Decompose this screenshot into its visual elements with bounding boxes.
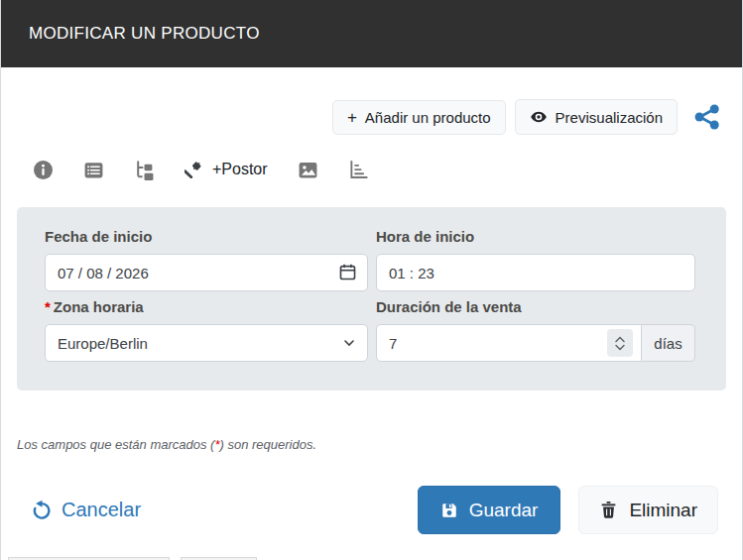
- start-time-field: Hora de inicio: [376, 228, 695, 291]
- schedule-form-panel: Fecha de inicio Hora de inicio *Zona hor…: [17, 207, 726, 391]
- page-header: MODIFICAR UN PRODUCTO: [1, 0, 742, 67]
- delete-label: Eliminar: [629, 500, 697, 521]
- list-icon: [83, 160, 104, 180]
- page-title: MODIFICAR UN PRODUCTO: [29, 24, 260, 44]
- bar-chart-icon: [348, 160, 369, 180]
- add-bidder-button[interactable]: +Postor: [185, 160, 268, 180]
- info-circle-icon: [33, 160, 54, 180]
- category-tree-tab-button[interactable]: [134, 160, 155, 180]
- share-button[interactable]: [692, 102, 722, 132]
- cancel-button[interactable]: Cancelar: [31, 499, 141, 521]
- timezone-field: *Zona horaria Europe/Berlin: [45, 298, 368, 362]
- duration-input[interactable]: [376, 324, 642, 362]
- footer-actions: Cancelar Guardar Eliminar: [31, 486, 718, 534]
- preview-button[interactable]: Previsualización: [515, 99, 678, 135]
- duration-field: Duración de la venta días: [376, 298, 695, 362]
- chart-tab-button[interactable]: [348, 160, 369, 180]
- timezone-label: *Zona horaria: [45, 298, 368, 315]
- required-fields-note: Los campos que están marcados (*) son re…: [17, 437, 726, 452]
- cancel-label: Cancelar: [62, 499, 141, 521]
- save-button[interactable]: Guardar: [418, 486, 561, 534]
- required-asterisk: *: [45, 298, 51, 315]
- plus-icon: +: [347, 109, 357, 126]
- timezone-select[interactable]: Europe/Berlin: [45, 324, 368, 362]
- tree-icon: [134, 160, 155, 180]
- timezone-selected-value: Europe/Berlin: [58, 335, 148, 352]
- undo-icon: [31, 500, 52, 520]
- image-icon: [298, 160, 318, 180]
- add-bidder-label: +Postor: [212, 161, 268, 178]
- start-time-label: Hora de inicio: [376, 228, 695, 245]
- stepper-up-icon: [615, 336, 625, 343]
- delete-button[interactable]: Eliminar: [578, 486, 718, 534]
- duration-label: Duración de la venta: [376, 298, 695, 315]
- save-icon: [440, 502, 458, 519]
- details-list-tab-button[interactable]: [83, 160, 104, 180]
- add-product-label: Añadir un producto: [365, 109, 491, 126]
- start-date-input[interactable]: [45, 254, 368, 291]
- share-icon: [692, 102, 722, 132]
- start-date-field: Fecha de inicio: [45, 228, 368, 291]
- start-date-label: Fecha de inicio: [45, 228, 368, 245]
- duration-unit-addon: días: [642, 324, 695, 362]
- chevron-down-icon: [343, 337, 355, 349]
- duration-stepper[interactable]: [607, 329, 633, 357]
- gavel-icon: [185, 160, 205, 180]
- preview-label: Previsualización: [556, 109, 663, 126]
- save-label: Guardar: [469, 500, 539, 521]
- eye-icon: [530, 108, 548, 126]
- modify-product-page: MODIFICAR UN PRODUCTO + Añadir un produc…: [0, 0, 743, 560]
- start-time-input[interactable]: [376, 254, 695, 291]
- action-bar: + Añadir un producto Previsualización: [1, 99, 742, 135]
- add-product-button[interactable]: + Añadir un producto: [332, 100, 506, 135]
- trash-icon: [599, 501, 618, 519]
- stepper-down-icon: [615, 344, 625, 351]
- info-tab-button[interactable]: [33, 160, 54, 180]
- images-tab-button[interactable]: [298, 160, 318, 180]
- section-icon-toolbar: +Postor: [1, 155, 742, 184]
